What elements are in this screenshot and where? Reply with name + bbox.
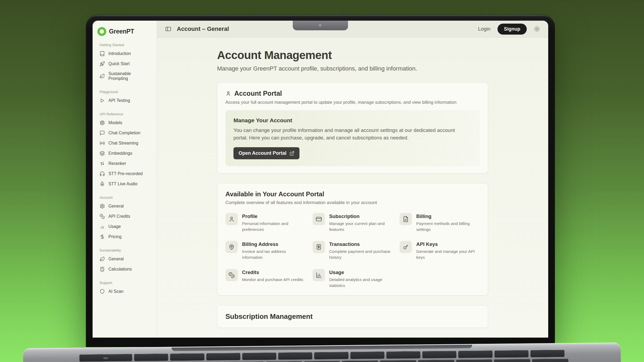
sidebar-item-pricing[interactable]: Pricing	[97, 232, 152, 242]
sidebar-item-label: Pricing	[108, 234, 122, 239]
subscription-management-title: Subscription Management	[225, 312, 480, 321]
feature-description: Complete payment and purchase history	[329, 249, 393, 260]
feature-billing: Billing Payment methods and billing sett…	[400, 213, 480, 232]
keyboard-key	[342, 360, 378, 362]
credit-card-icon	[316, 216, 322, 222]
feature-description: Payment methods and billing settings	[416, 221, 480, 232]
laptop-keyboard: esc ` 1 2 3 4 5 6	[72, 350, 572, 362]
keyboard-key	[494, 359, 530, 362]
map-pin-icon	[228, 244, 235, 250]
sidebar-item-label: API Credits	[108, 214, 130, 219]
sidebar-item-label: AI Scan	[108, 289, 123, 294]
keyboard-key	[458, 350, 492, 358]
keyboard-key	[532, 359, 568, 362]
sidebar-item-chat-streaming[interactable]: Chat Streaming	[97, 138, 152, 148]
sidebar-item-introduction[interactable]: Introduction	[97, 49, 152, 59]
sun-icon[interactable]	[534, 26, 540, 32]
manage-account-body: You can change your profile information …	[233, 127, 470, 141]
sidebar-item-api-credits[interactable]: API Credits	[97, 211, 152, 221]
account-portal-card-header: Account Portal	[225, 90, 480, 97]
sidebar-section-label: Getting Started	[100, 43, 152, 47]
panel-left-icon[interactable]	[165, 26, 171, 32]
feature-description: Generate and manage your API keys	[416, 249, 480, 260]
sidebar-item-label: Calculations	[108, 267, 132, 272]
green-ring-icon	[97, 27, 106, 36]
sidebar-section-account: Account General API Credits Usage	[97, 195, 152, 242]
sidebar-item-models[interactable]: Models	[97, 118, 152, 128]
keyboard-key	[314, 352, 348, 359]
sidebar-item-label: Quick Start	[108, 61, 130, 66]
sidebar-item-stt-live-audio[interactable]: STT Live Audio	[97, 179, 152, 189]
sidebar-item-embeddings[interactable]: Embeddings	[97, 148, 152, 158]
page-content: Account Management Manage your GreenPT a…	[157, 38, 548, 338]
sidebar-item-label: Models	[108, 120, 122, 125]
sidebar-item-label: Reranker	[108, 161, 126, 166]
sidebar-item-sustainable-prompting[interactable]: Sustainable Prompting	[97, 69, 152, 83]
feature-description: Invoice and tax address information	[242, 249, 306, 260]
open-account-portal-label: Open Account Portal	[239, 150, 286, 156]
play-icon	[100, 98, 105, 103]
user-icon	[228, 216, 235, 222]
sidebar-section-support: Support AI Scan	[97, 281, 152, 297]
content-container: Account Management Manage your GreenPT a…	[217, 38, 488, 328]
sidebar-item-sustainability-general[interactable]: General	[97, 254, 152, 264]
shield-icon	[100, 289, 105, 294]
bar-chart-icon	[100, 224, 105, 229]
brand-name: GreenPT	[109, 28, 134, 35]
dollar-icon	[100, 234, 105, 239]
keyboard-key	[170, 353, 204, 361]
sidebar-section-playground: Playground API Testing	[97, 90, 152, 106]
user-icon	[225, 91, 231, 97]
keyboard-key	[456, 359, 492, 362]
sidebar-item-stt-prerecorded[interactable]: STT Pre-recorded	[97, 169, 152, 179]
feature-usage: Usage Detailed analytics and usage stati…	[313, 269, 393, 288]
sidebar-item-ai-scan[interactable]: AI Scan	[97, 286, 152, 297]
account-portal-card-description: Access your full account management port…	[225, 100, 480, 105]
arrows-up-down-icon	[100, 161, 105, 166]
manage-account-title: Manage Your Account	[233, 117, 472, 124]
open-account-portal-button[interactable]: Open Account Portal	[233, 147, 299, 159]
sidebar-item-label: General	[108, 257, 124, 261]
sidebar-item-label: STT Live Audio	[108, 182, 137, 186]
coins-icon	[228, 272, 235, 278]
sidebar-item-account-general[interactable]: General	[97, 201, 152, 211]
sidebar-section-label: Support	[100, 281, 152, 285]
feature-title: API Keys	[416, 241, 480, 247]
sidebar-item-label: Chat Streaming	[108, 141, 138, 146]
account-portal-card-title: Account Portal	[234, 90, 282, 97]
layers-icon	[100, 151, 105, 156]
feature-title: Profile	[242, 213, 306, 219]
feature-description: Detailed analytics and usage statistics	[329, 277, 393, 288]
sidebar-section-api-reference: API Reference Models Chat Completion Cha…	[97, 112, 152, 189]
sidebar-item-chat-completion[interactable]: Chat Completion	[97, 128, 152, 138]
gear-icon	[100, 204, 105, 209]
keyboard-key	[530, 350, 564, 357]
topbar-actions: Login Signup	[478, 24, 540, 35]
sidebar-item-reranker[interactable]: Reranker	[97, 158, 152, 169]
feature-description: Monitor and purchase API credits	[242, 277, 303, 283]
feature-title: Subscription	[329, 213, 393, 219]
broadcast-icon	[100, 141, 105, 146]
sidebar: GreenPT Getting Started Introduction Qui…	[93, 21, 157, 338]
keyboard-key	[494, 350, 528, 358]
signup-button[interactable]: Signup	[497, 24, 527, 35]
feature-profile: Profile Personal information and prefere…	[225, 213, 306, 232]
file-text-icon	[402, 216, 409, 222]
sidebar-item-calculations[interactable]: Calculations	[97, 264, 152, 274]
page-subtitle: Manage your GreenPT account profile, sub…	[217, 65, 488, 72]
message-icon	[100, 130, 105, 136]
sidebar-item-quick-start[interactable]: Quick Start	[97, 59, 152, 69]
sidebar-item-usage[interactable]: Usage	[97, 221, 152, 232]
sidebar-section-label: Account	[100, 195, 152, 200]
login-link[interactable]: Login	[478, 26, 491, 32]
sidebar-item-label: Introduction	[108, 51, 131, 56]
sidebar-item-label: Chat Completion	[108, 131, 140, 135]
sidebar-item-label: General	[108, 204, 124, 209]
brand-logo[interactable]: GreenPT	[97, 27, 152, 36]
portal-features-title: Available in Your Account Portal	[225, 190, 480, 198]
feature-billing-address: Billing Address Invoice and tax address …	[225, 241, 306, 260]
rocket-icon	[100, 61, 105, 67]
sidebar-item-api-testing[interactable]: API Testing	[97, 95, 152, 106]
book-icon	[100, 51, 105, 56]
portal-features-subtitle: Complete overview of all features and in…	[225, 200, 480, 205]
